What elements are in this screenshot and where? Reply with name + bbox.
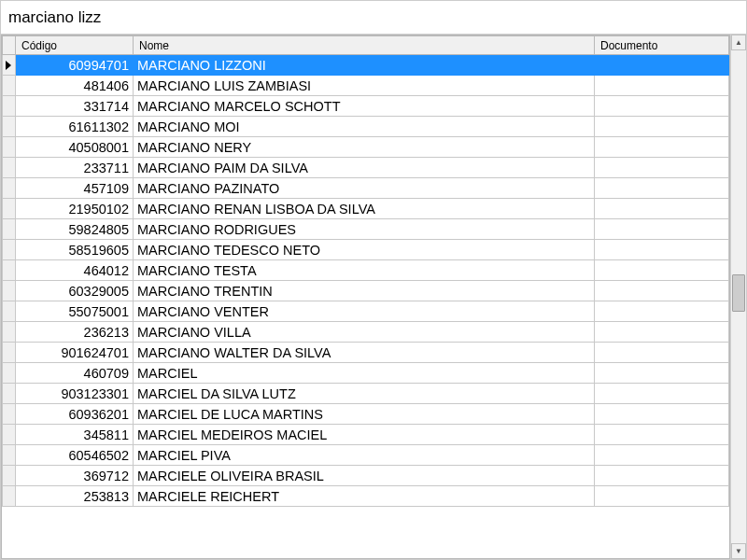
cell-nome: MARCIEL MEDEIROS MACIEL <box>134 425 595 445</box>
table-row[interactable]: 60329005MARCIANO TRENTIN <box>3 281 729 301</box>
cell-documento <box>595 466 729 486</box>
cell-nome: MARCIANO VENTER <box>134 301 595 322</box>
row-indicator <box>3 178 16 199</box>
cell-documento <box>595 96 729 117</box>
cell-documento <box>595 384 729 404</box>
row-indicator <box>3 117 16 137</box>
table-row[interactable]: 481406MARCIANO LUIS ZAMBIASI <box>3 76 729 96</box>
table-row[interactable]: 903123301MARCIEL DA SILVA LUTZ <box>3 384 729 404</box>
row-indicator <box>3 55 16 76</box>
scroll-track[interactable] <box>731 50 746 543</box>
cell-documento <box>595 117 729 137</box>
table-row[interactable]: 60994701MARCIANO LIZZONI <box>3 55 729 76</box>
cell-documento <box>595 445 729 466</box>
cell-codigo: 457109 <box>16 178 134 199</box>
cell-codigo: 40508001 <box>16 137 134 158</box>
table-row[interactable]: 331714MARCIANO MARCELO SCHOTT <box>3 96 729 117</box>
cell-codigo: 60936201 <box>16 404 134 425</box>
cell-documento <box>595 76 729 96</box>
cell-codigo: 60329005 <box>16 281 134 301</box>
cell-nome: MARCIANO LIZZONI <box>134 55 595 76</box>
indicator-header <box>3 36 16 55</box>
cell-nome: MARCIELE REICHERT <box>134 486 595 507</box>
cell-codigo: 55075001 <box>16 301 134 322</box>
cell-codigo: 369712 <box>16 466 134 486</box>
table-row[interactable]: 58519605MARCIANO TEDESCO NETO <box>3 240 729 260</box>
cell-codigo: 61611302 <box>16 117 134 137</box>
row-indicator <box>3 466 16 486</box>
search-bar <box>1 1 746 35</box>
row-indicator <box>3 281 16 301</box>
table-row[interactable]: 253813MARCIELE REICHERT <box>3 486 729 507</box>
cell-codigo: 331714 <box>16 96 134 117</box>
cell-documento <box>595 199 729 219</box>
cell-nome: MARCIANO RODRIGUES <box>134 219 595 240</box>
table-row[interactable]: 457109MARCIANO PAZINATO <box>3 178 729 199</box>
scroll-down-arrow-icon[interactable]: ▼ <box>731 543 746 559</box>
col-header-nome[interactable]: Nome <box>134 36 595 55</box>
cell-codigo: 464012 <box>16 260 134 281</box>
data-grid[interactable]: Código Nome Documento 60994701MARCIANO L… <box>1 35 730 559</box>
row-indicator <box>3 486 16 507</box>
cell-nome: MARCIEL DE LUCA MARTINS <box>134 404 595 425</box>
cell-documento <box>595 260 729 281</box>
row-indicator <box>3 363 16 384</box>
table-row[interactable]: 60546502MARCIEL PIVA <box>3 445 729 466</box>
cell-documento <box>595 219 729 240</box>
row-indicator <box>3 219 16 240</box>
row-indicator <box>3 199 16 219</box>
table-row[interactable]: 61611302MARCIANO MOI <box>3 117 729 137</box>
cell-codigo: 60994701 <box>16 55 134 76</box>
row-indicator <box>3 445 16 466</box>
cell-codigo: 460709 <box>16 363 134 384</box>
table-row[interactable]: 345811MARCIEL MEDEIROS MACIEL <box>3 425 729 445</box>
cell-codigo: 253813 <box>16 486 134 507</box>
cell-nome: MARCIELE OLIVEIRA BRASIL <box>134 466 595 486</box>
cell-codigo: 233711 <box>16 158 134 178</box>
cell-documento <box>595 425 729 445</box>
vertical-scrollbar[interactable]: ▲ ▼ <box>730 35 746 559</box>
grid-area: Código Nome Documento 60994701MARCIANO L… <box>1 35 746 559</box>
cell-documento <box>595 486 729 507</box>
cell-nome: MARCIANO TEDESCO NETO <box>134 240 595 260</box>
cell-documento <box>595 158 729 178</box>
table-row[interactable]: 59824805MARCIANO RODRIGUES <box>3 219 729 240</box>
row-indicator <box>3 425 16 445</box>
cell-codigo: 21950102 <box>16 199 134 219</box>
cell-nome: MARCIANO TESTA <box>134 260 595 281</box>
cell-nome: MARCIEL DA SILVA LUTZ <box>134 384 595 404</box>
table-row[interactable]: 460709MARCIEL <box>3 363 729 384</box>
cell-nome: MARCIANO VILLA <box>134 322 595 343</box>
cell-documento <box>595 55 729 76</box>
cell-documento <box>595 178 729 199</box>
cell-documento <box>595 322 729 343</box>
cell-documento <box>595 301 729 322</box>
search-input[interactable] <box>7 7 740 28</box>
table-row[interactable]: 901624701MARCIANO WALTER DA SILVA <box>3 343 729 363</box>
table-row[interactable]: 464012MARCIANO TESTA <box>3 260 729 281</box>
table-row[interactable]: 21950102MARCIANO RENAN LISBOA DA SILVA <box>3 199 729 219</box>
table-row[interactable]: 40508001MARCIANO NERY <box>3 137 729 158</box>
table-row[interactable]: 60936201MARCIEL DE LUCA MARTINS <box>3 404 729 425</box>
col-header-codigo[interactable]: Código <box>16 36 134 55</box>
row-indicator <box>3 384 16 404</box>
table-row[interactable]: 369712MARCIELE OLIVEIRA BRASIL <box>3 466 729 486</box>
row-indicator <box>3 158 16 178</box>
table-row[interactable]: 233711MARCIANO PAIM DA SILVA <box>3 158 729 178</box>
scroll-thumb[interactable] <box>732 274 745 312</box>
row-indicator <box>3 260 16 281</box>
cell-codigo: 60546502 <box>16 445 134 466</box>
table-row[interactable]: 55075001MARCIANO VENTER <box>3 301 729 322</box>
cell-documento <box>595 137 729 158</box>
row-indicator <box>3 137 16 158</box>
scroll-up-arrow-icon[interactable]: ▲ <box>731 35 746 50</box>
cell-documento <box>595 363 729 384</box>
col-header-documento[interactable]: Documento <box>595 36 729 55</box>
cell-nome: MARCIANO LUIS ZAMBIASI <box>134 76 595 96</box>
cell-codigo: 481406 <box>16 76 134 96</box>
row-indicator <box>3 322 16 343</box>
cell-nome: MARCIANO PAZINATO <box>134 178 595 199</box>
cell-nome: MARCIEL PIVA <box>134 445 595 466</box>
cell-nome: MARCIEL <box>134 363 595 384</box>
table-row[interactable]: 236213MARCIANO VILLA <box>3 322 729 343</box>
